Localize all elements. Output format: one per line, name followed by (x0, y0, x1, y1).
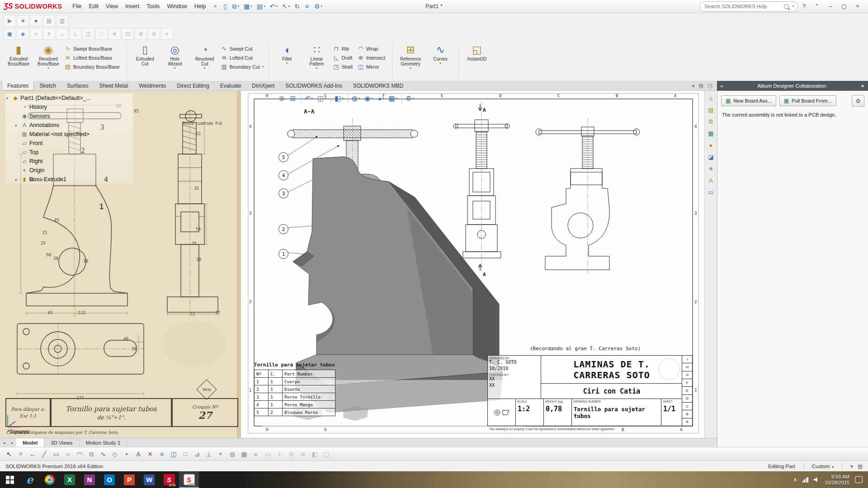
next-tab-icon[interactable]: ▸ (8, 438, 16, 447)
doc-tab[interactable]: Model (16, 438, 44, 447)
erase-tool-icon[interactable]: ⊘ (148, 28, 160, 40)
open-file-icon[interactable]: ⧉ ▾ (230, 2, 242, 11)
view-orientation-icon[interactable]: ◧ ▾ (330, 94, 346, 103)
polygon-icon[interactable]: ◇ (109, 449, 120, 460)
monitor-icon[interactable]: ▭ (706, 187, 716, 197)
forum-icon[interactable]: A (706, 175, 716, 185)
undo-icon[interactable]: ↶ ▾ (268, 2, 280, 11)
display-style-icon[interactable]: ◍ ▾ (348, 94, 363, 103)
ribbon-small-button[interactable]: ◫ Mirror (358, 63, 387, 70)
bom-row[interactable]: 1 1 Cuerpo (255, 378, 335, 385)
taskbar-solidworks-icon[interactable]: S2016 (159, 471, 179, 488)
bom-row[interactable]: 2 1 Diente (255, 385, 335, 393)
file-explorer-icon[interactable]: ⧉ (706, 117, 716, 127)
menu-item[interactable]: Insert (122, 1, 143, 12)
ribbon-small-button[interactable]: ▤ Boundary Boss/Base (65, 63, 122, 70)
balloon-callout[interactable]: 3 (278, 188, 288, 198)
doc-tab[interactable]: Motion Study 1 (80, 438, 127, 447)
tree-item[interactable]: ▱ Front (5, 139, 133, 148)
network-icon[interactable] (802, 477, 808, 483)
ribbon-small-button[interactable]: ▥ Boundary Cut ▾ (221, 63, 264, 70)
pin-menubar-icon[interactable]: ⌖ (214, 3, 217, 10)
ribbon-tab[interactable]: Sketch (34, 81, 61, 90)
view-palette-icon[interactable]: ▦ (706, 128, 716, 138)
prev-tab-icon[interactable]: ◂ (0, 438, 8, 447)
tree-expand-icon[interactable]: ▾ (6, 96, 12, 100)
statusbar-panel-icon[interactable]: ▤ (858, 463, 863, 469)
search-caret-icon[interactable]: ▾ (793, 5, 794, 8)
tree-item[interactable]: ◔ History (5, 103, 133, 112)
custom-properties-icon[interactable]: ≡ (706, 164, 716, 174)
file-properties-icon[interactable]: ≡ (303, 2, 312, 11)
tree-item[interactable]: ▸ ▮ Boss-Extrude1 (5, 175, 133, 184)
rebuild-icon[interactable]: ↻ (292, 2, 303, 11)
search-icon[interactable] (784, 4, 789, 9)
scroll-tabs-icon[interactable]: ◂ (692, 83, 694, 89)
help-search-box[interactable]: ▾ (699, 1, 798, 12)
tree-item[interactable]: ▸ A Annotations (5, 121, 133, 130)
units-dropdown[interactable]: Custom▾ (812, 464, 834, 469)
tree-item[interactable]: ▾ ◆ Part1 (Default<<Default>_... (5, 94, 133, 103)
offset-icon[interactable]: ≡ (156, 449, 167, 460)
revolved-boss-base-button[interactable]: ◉ Revolved Boss/Base ▾ (33, 42, 63, 80)
stop-macro-icon[interactable]: ■ (17, 15, 29, 27)
detach-panel-icon[interactable]: ◳ (708, 83, 712, 89)
ribbon-small-button[interactable]: ◺ Draft (333, 54, 355, 61)
ribbon-small-button[interactable]: ⊓ Rib (333, 45, 355, 52)
reference-geometry-button[interactable]: ⊞ Reference Geometry ▾ (396, 42, 425, 80)
menu-item[interactable]: File (69, 1, 85, 12)
linear-pattern-button[interactable]: ∷ Linear Pattern ▾ (302, 42, 332, 80)
exit-icon[interactable]: ▢ (321, 449, 332, 460)
relations-tool-icon[interactable]: ⊥ (69, 28, 81, 40)
tree-item[interactable]: ◉ Sensors (5, 112, 133, 121)
collapse-panel-icon[interactable]: « (720, 83, 723, 89)
taskbar-powerpoint-icon[interactable]: P (119, 471, 139, 488)
ribbon-small-button[interactable]: ◳ Shell (333, 63, 355, 70)
convert-tool-icon[interactable]: ⊡ (122, 28, 134, 40)
save-icon[interactable]: ▦ ▾ (241, 2, 255, 11)
section-view-icon[interactable]: ◫ ▾ (315, 94, 329, 103)
ribbon-small-button[interactable]: ◠ Wrap (358, 45, 387, 52)
move-entities-icon[interactable]: + (274, 449, 285, 460)
restore-icon[interactable]: ▢ (837, 1, 851, 11)
line-icon[interactable]: ╱ (39, 449, 50, 460)
print-icon[interactable]: ▤ ▾ (255, 2, 268, 11)
menu-item[interactable]: Help (191, 1, 210, 12)
tree-item[interactable]: ▦ Material <not specified> (5, 130, 133, 139)
rectangle-icon[interactable]: ▭ (51, 449, 61, 460)
ribbon-tab[interactable]: SOLIDWORKS Add-Ins (280, 81, 347, 90)
view-settings-icon[interactable]: ⚙ ▾ (401, 94, 416, 103)
ribbon-small-button[interactable]: ∿ Swept Cut (221, 45, 264, 52)
ribbon-tab[interactable]: Evaluate (215, 81, 247, 90)
play-macro-icon[interactable]: ▶ (4, 15, 16, 27)
taskbar-excel-icon[interactable]: X (60, 471, 80, 488)
home-icon[interactable]: ⌂ (706, 93, 716, 103)
menu-item[interactable]: View (102, 1, 122, 12)
fillet-button[interactable]: ◖ Fillet ▾ (272, 42, 302, 80)
ribbon-tab[interactable]: Direct Editing (171, 81, 214, 90)
circle-icon[interactable]: ○ (62, 449, 73, 460)
pull-board-from-button[interactable]: ▦ Pull Board From... (779, 95, 836, 106)
balloon-callout[interactable]: 5 (278, 152, 288, 162)
tree-expand-icon[interactable]: ▸ (15, 178, 21, 182)
snap-tool-icon[interactable]: ⌖ (161, 28, 173, 40)
offset-tool-icon[interactable]: ⊚ (135, 28, 147, 40)
ribbon-small-button[interactable]: ≋ Lofted Boss/Base (65, 54, 122, 61)
taskbar-onenote-icon[interactable]: N (80, 471, 99, 488)
hole-wizard-button[interactable]: ◎ Hole Wizard ▾ (160, 42, 190, 80)
ribbon-small-button[interactable]: ≋ Lofted Cut (221, 54, 264, 61)
close-icon[interactable]: × (851, 1, 864, 11)
ellipse-icon[interactable]: ⊙ (86, 449, 97, 460)
bom-row[interactable]: 4 1 Perno Mango (255, 401, 335, 408)
extruded-cut-button[interactable]: ▯ Extruded Cut (130, 42, 160, 80)
quick-snaps-icon[interactable]: ⌖ (215, 449, 226, 460)
arc-icon[interactable]: ◠ (74, 449, 85, 460)
zoom-area-icon[interactable]: ⊞ (288, 94, 299, 103)
edit-macro-icon[interactable]: ▥ (56, 15, 68, 27)
hide-show-items-icon[interactable]: ◉ ▾ (362, 94, 375, 103)
menu-item[interactable]: Edit (85, 1, 103, 12)
ribbon-small-button[interactable]: ∿ Swept Boss/Base (65, 45, 122, 52)
previous-view-icon[interactable]: ↶ ▾ (301, 94, 315, 103)
ribbon-small-button[interactable]: ⊗ Intersect (358, 54, 387, 61)
linear-pattern-icon[interactable]: ∷ (180, 449, 191, 460)
